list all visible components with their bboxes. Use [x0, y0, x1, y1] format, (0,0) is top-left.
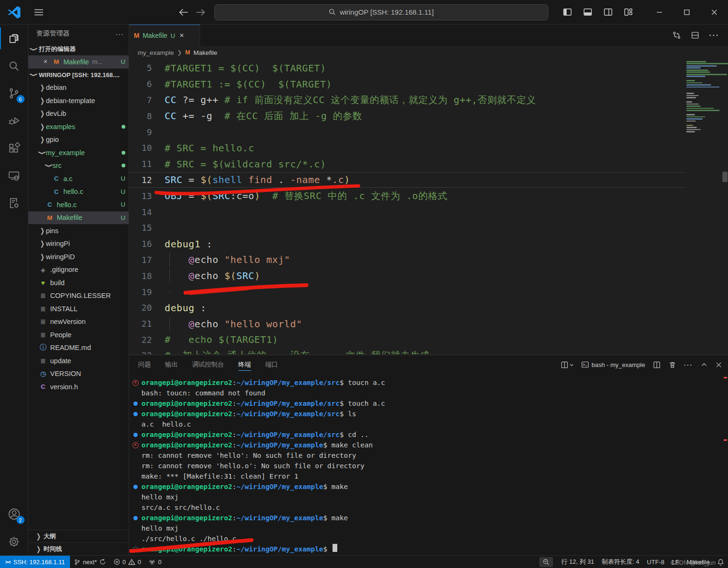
zoom-out-indicator-icon[interactable]: [539, 557, 553, 567]
tree-folder-wiringPiD[interactable]: ❯wiringPiD: [28, 250, 129, 263]
open-editor-item-makefile[interactable]: ✕ M Makefile m... U: [28, 55, 129, 69]
kill-terminal-trash-icon[interactable]: [668, 361, 676, 369]
tree-file-newVersion[interactable]: ≣newVersion: [28, 315, 129, 329]
panel-close-icon[interactable]: [715, 361, 722, 368]
problems-status[interactable]: 0 0: [110, 556, 145, 568]
account-icon[interactable]: 2: [0, 500, 28, 528]
terminal-command-decoration[interactable]: ✕: [129, 377, 141, 388]
breadcrumb[interactable]: my_example ❯ M Makefile: [129, 46, 728, 59]
editor-more-actions-icon[interactable]: ···: [709, 31, 719, 40]
cursor-position-status[interactable]: 行 12, 列 31: [558, 556, 598, 568]
split-terminal-icon[interactable]: [653, 361, 661, 369]
customize-layout-icon[interactable]: [623, 7, 633, 17]
window-minimize-button[interactable]: [646, 0, 673, 25]
tree-file-README.md[interactable]: ⓘREADME.md: [28, 341, 129, 355]
panel-tab-问题[interactable]: 问题: [138, 355, 151, 374]
tab-close-icon[interactable]: ✕: [179, 32, 184, 39]
tree-file-COPYING.LESSER[interactable]: ≣COPYING.LESSER: [28, 289, 129, 303]
tree-folder-wiringPi[interactable]: ❯wiringPi: [28, 237, 129, 251]
git-branch-status[interactable]: next*: [70, 556, 110, 568]
remote-explorer-icon[interactable]: [0, 162, 28, 189]
make-tools-icon[interactable]: [0, 189, 28, 217]
window-close-button[interactable]: [701, 0, 728, 25]
terminal-command-decoration[interactable]: [129, 429, 141, 440]
run-debug-icon[interactable]: [0, 107, 28, 134]
terminal-command-decoration[interactable]: [129, 481, 141, 492]
breadcrumb-folder[interactable]: my_example: [138, 49, 174, 56]
minimap-line: [686, 108, 714, 109]
code-line-10: 10# SRC = hello.c: [129, 140, 685, 156]
tree-folder-my_example[interactable]: ❯my_example: [28, 146, 129, 159]
terminal-command-decoration[interactable]: [129, 513, 141, 523]
sidebar-section-时间线[interactable]: ❯时间线: [28, 542, 129, 555]
toggle-secondary-sidebar-icon[interactable]: [603, 7, 613, 17]
explorer-more-actions-icon[interactable]: ···: [115, 30, 124, 38]
terminal-command-decoration[interactable]: [129, 409, 141, 419]
minimap[interactable]: [686, 61, 721, 133]
indentation-status[interactable]: 制表符长度: 4: [598, 556, 643, 568]
search-icon[interactable]: [0, 52, 28, 79]
panel-more-actions-icon[interactable]: ···: [684, 361, 693, 368]
remote-indicator[interactable]: >< SSH: 192.168.1.11: [0, 556, 70, 568]
command-center-search[interactable]: wiringOP [SSH: 192.168.1.11]: [214, 4, 548, 20]
tree-file-update[interactable]: ≣update: [28, 354, 129, 367]
menu-hamburger-icon[interactable]: [28, 9, 49, 16]
title-bar: wiringOP [SSH: 192.168.1.11]: [0, 0, 728, 25]
nav-back-icon[interactable]: [178, 8, 189, 17]
sidebar-section-大纲[interactable]: ❯大纲: [28, 530, 129, 542]
tree-folder-gpio[interactable]: ❯gpio: [28, 133, 129, 147]
terminal-command-decoration[interactable]: [129, 544, 141, 554]
terminal-command-decoration[interactable]: [129, 398, 141, 409]
tree-folder-devLib[interactable]: ❯devLib: [28, 107, 129, 121]
tree-file-VERSION[interactable]: ◷VERSION: [28, 367, 129, 381]
tree-file-hello.c[interactable]: Chello.cU: [28, 185, 129, 199]
open-changes-icon[interactable]: [672, 31, 681, 40]
split-editor-icon[interactable]: [691, 31, 700, 40]
code-editor[interactable]: 5#TARGET1 = $(CC) $(TARGET)6#TARGET1 := …: [129, 59, 728, 355]
tree-file-Makefile[interactable]: MMakefileU: [28, 211, 129, 225]
tree-file-build[interactable]: ♥build: [28, 276, 129, 289]
open-editors-header[interactable]: ❯ 打开的编辑器: [28, 43, 129, 55]
tree-item-label: gpio: [46, 136, 59, 143]
breadcrumb-file[interactable]: Makefile: [193, 49, 217, 56]
terminal[interactable]: ✕orangepi@orangepizero2:~/wiringOP/my_ex…: [129, 374, 728, 555]
encoding-status[interactable]: UTF-8: [643, 556, 668, 568]
tree-file-People[interactable]: ≣People: [28, 328, 129, 341]
tree-file-INSTALL[interactable]: ≣INSTALL: [28, 302, 129, 315]
settings-gear-icon[interactable]: [0, 528, 28, 555]
window-maximize-button[interactable]: [673, 0, 701, 25]
terminal-instance-label[interactable]: bash - my_example: [581, 361, 645, 368]
terminal-path: ~/wiringOP/my_example: [237, 440, 323, 450]
tree-file-hello.c[interactable]: Chello.cU: [28, 198, 129, 211]
source-control-icon[interactable]: 6: [0, 79, 28, 107]
panel-tab-端口[interactable]: 端口: [265, 355, 278, 374]
panel-tab-终端[interactable]: 终端: [238, 355, 251, 374]
terminal-launch-profile-icon[interactable]: [561, 361, 574, 369]
nav-forward-icon[interactable]: [195, 8, 206, 17]
chevron-right-icon: ❯: [39, 136, 46, 144]
notifications-bell-icon[interactable]: [713, 556, 728, 568]
panel-tab-调试控制台[interactable]: 调试控制台: [192, 355, 224, 374]
explorer-icon[interactable]: [0, 25, 28, 52]
close-icon[interactable]: ✕: [42, 59, 49, 65]
language-mode-status[interactable]: Makefile: [683, 556, 713, 568]
tree-file-.gitignore[interactable]: ◈.gitignore: [28, 263, 129, 277]
tree-file-a.c[interactable]: Ca.cU: [28, 172, 129, 185]
toggle-sidebar-icon[interactable]: [562, 7, 572, 17]
toggle-panel-icon[interactable]: [583, 7, 593, 17]
tree-file-version.h[interactable]: Cversion.h: [28, 380, 129, 393]
ports-status[interactable]: 0: [145, 556, 165, 568]
eol-status[interactable]: LF: [668, 556, 683, 568]
panel-maximize-icon[interactable]: [701, 361, 708, 368]
tree-folder-debian-template[interactable]: ❯debian-template: [28, 94, 129, 107]
tree-folder-pins[interactable]: ❯pins: [28, 224, 129, 237]
extensions-icon[interactable]: [0, 134, 28, 162]
tree-folder-src[interactable]: ❯src: [28, 159, 129, 173]
panel-tab-输出[interactable]: 输出: [165, 355, 178, 374]
editor-scrollbar[interactable]: [722, 172, 728, 182]
workspace-root-header[interactable]: ❯ WIRINGOP [SSH: 192.168....: [28, 69, 129, 81]
tree-folder-debian[interactable]: ❯debian: [28, 81, 129, 95]
terminal-command-decoration[interactable]: ✕: [129, 440, 141, 450]
tree-folder-examples[interactable]: ❯examples: [28, 120, 129, 133]
tab-makefile[interactable]: M Makefile U ✕: [129, 25, 200, 46]
